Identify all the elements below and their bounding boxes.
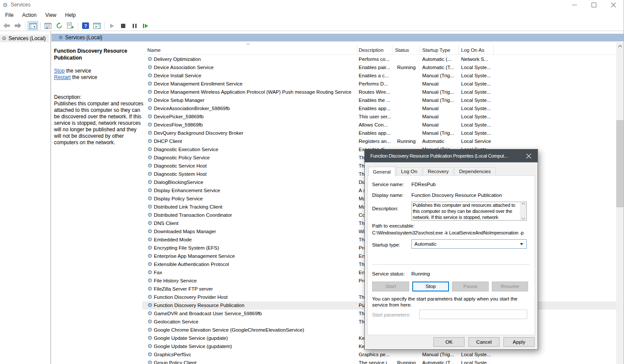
stop-button[interactable]: Stop bbox=[412, 282, 449, 291]
cell-name: Distributed Transaction Coordinator bbox=[154, 211, 357, 219]
column-divider[interactable] bbox=[420, 46, 420, 54]
cell-logon: Local Syste... bbox=[461, 129, 495, 137]
display-name-label: Display name: bbox=[372, 193, 404, 198]
apply-button[interactable]: Apply bbox=[503, 337, 535, 347]
description-textbox[interactable]: Publishes this computer and resources at… bbox=[411, 202, 527, 221]
start-button[interactable]: Start bbox=[372, 282, 409, 291]
tab-general[interactable]: General bbox=[368, 167, 395, 176]
column-header-name[interactable]: Name bbox=[147, 45, 355, 55]
forward-icon[interactable] bbox=[13, 21, 23, 30]
menu-file[interactable]: File bbox=[1, 10, 18, 20]
service-gear-icon: ⚙ bbox=[147, 89, 153, 95]
properties-icon[interactable] bbox=[43, 21, 53, 30]
scroll-down-icon bbox=[522, 217, 525, 219]
service-row[interactable]: ⚙Device Install ServiceEnables a c...Man… bbox=[142, 72, 616, 80]
tab-log-on[interactable]: Log On bbox=[396, 167, 422, 176]
start-service-icon[interactable] bbox=[107, 21, 117, 30]
service-row[interactable]: ⚙Device Management Enrollment ServicePer… bbox=[142, 80, 616, 88]
export-list-icon[interactable] bbox=[65, 21, 76, 30]
menu-help[interactable]: Help bbox=[61, 10, 80, 20]
column-header-status[interactable]: Status bbox=[395, 45, 421, 55]
service-row[interactable]: ⚙Device Setup ManagerEnables the ...Manu… bbox=[142, 96, 616, 104]
service-row[interactable]: ⚙DevQuery Background Discovery BrokerEna… bbox=[142, 129, 616, 137]
cell-logon: Local Syste... bbox=[461, 359, 495, 364]
help-icon[interactable]: ? bbox=[80, 21, 91, 30]
toolbar-separator bbox=[40, 22, 41, 30]
restart-service-link[interactable]: Restart bbox=[54, 74, 71, 80]
restart-service-icon[interactable] bbox=[140, 21, 151, 30]
action-pane-icon[interactable] bbox=[92, 21, 102, 30]
cell-name: Google Update Service (gupdatem) bbox=[154, 342, 357, 351]
console-tree-icon[interactable] bbox=[28, 21, 38, 30]
cell-name: Device Setup Manager bbox=[154, 96, 357, 104]
tab-recovery[interactable]: Recovery bbox=[423, 167, 454, 176]
cell-name: Extensible Authentication Protocol bbox=[154, 260, 357, 269]
service-gear-icon: ⚙ bbox=[147, 155, 153, 160]
tree-item-services-local[interactable]: ⚙ Services (Local) bbox=[0, 35, 49, 42]
resume-button[interactable]: Resume bbox=[492, 282, 528, 291]
tab-dependencies[interactable]: Dependencies bbox=[454, 167, 496, 176]
services-app-icon: ⚙ bbox=[3, 2, 8, 8]
service-gear-icon: ⚙ bbox=[147, 228, 153, 234]
service-gear-icon: ⚙ bbox=[147, 130, 153, 136]
cell-name: Display Enhancement Service bbox=[154, 187, 357, 195]
list-scrollbar[interactable] bbox=[616, 42, 624, 364]
description-scrollbar[interactable] bbox=[520, 202, 526, 220]
cell-name: Device Install Service bbox=[154, 72, 357, 80]
service-row[interactable]: ⚙Device Management Wireless Application … bbox=[142, 88, 616, 96]
scrollbar-thumb[interactable] bbox=[616, 120, 624, 207]
cell-status bbox=[397, 96, 421, 104]
service-gear-icon: ⚙ bbox=[147, 179, 153, 185]
service-row[interactable]: ⚙DevicePicker_59869fbThis user ser...Man… bbox=[142, 113, 616, 121]
cell-name: Encrypting File System (EFS) bbox=[154, 244, 357, 252]
cell-name: Group Policy Client bbox=[154, 359, 357, 364]
scroll-up-icon[interactable] bbox=[616, 42, 624, 50]
column-divider[interactable] bbox=[357, 46, 357, 54]
close-button[interactable] bbox=[604, 0, 623, 9]
column-divider[interactable] bbox=[458, 46, 459, 54]
maximize-button[interactable] bbox=[584, 0, 604, 9]
toolbar-separator bbox=[104, 22, 105, 30]
service-row[interactable]: ⚙DHCP ClientRegisters an...RunningAutoma… bbox=[142, 137, 616, 146]
services-local-header-label: Services (Local) bbox=[65, 35, 102, 41]
start-parameters-input[interactable] bbox=[419, 310, 527, 319]
chevron-down-icon bbox=[520, 243, 523, 245]
service-row[interactable]: ⚙GraphicsPerfSvcGraphics pe...Manual (Tr… bbox=[142, 351, 616, 359]
dialog-footer: OK Cancel Apply bbox=[365, 335, 538, 349]
column-header-log-on-as[interactable]: Log On As bbox=[461, 45, 496, 55]
service-row[interactable]: ⚙DeviceAssociationBroker_59869fbEnables … bbox=[142, 104, 616, 113]
service-gear-icon: ⚙ bbox=[147, 327, 153, 332]
service-row[interactable]: ⚙DevicesFlow_59869fbAllows Con...ManualL… bbox=[142, 121, 616, 129]
column-header-startup-type[interactable]: Startup Type bbox=[422, 45, 459, 55]
stop-service-link[interactable]: Stop bbox=[54, 68, 65, 74]
stop-service-icon[interactable] bbox=[118, 21, 128, 30]
ok-button[interactable]: OK bbox=[433, 337, 465, 347]
cell-name: Diagnostic Policy Service bbox=[154, 154, 357, 162]
menu-action[interactable]: Action bbox=[18, 10, 41, 20]
pause-button[interactable]: Pause bbox=[452, 282, 489, 291]
scroll-up-icon bbox=[522, 203, 525, 205]
menu-view[interactable]: View bbox=[41, 10, 61, 20]
dialog-close-button[interactable] bbox=[519, 149, 538, 162]
refresh-icon[interactable] bbox=[54, 21, 64, 30]
service-row[interactable]: ⚙Delivery OptimizationPerforms co...Auto… bbox=[142, 55, 616, 63]
description-textbox-text: Publishes this computer and resources at… bbox=[413, 202, 519, 220]
column-divider[interactable] bbox=[493, 46, 493, 54]
cell-logon: Local Syste... bbox=[461, 96, 495, 104]
startup-type-dropdown[interactable]: Automatic bbox=[411, 239, 527, 249]
cell-name: DevicesFlow_59869fb bbox=[154, 121, 357, 129]
cancel-button[interactable]: Cancel bbox=[468, 337, 500, 347]
cell-name: Function Discovery Resource Publication bbox=[154, 301, 357, 310]
service-gear-icon: ⚙ bbox=[147, 212, 153, 218]
back-icon[interactable] bbox=[1, 21, 12, 30]
service-gear-icon: ⚙ bbox=[147, 286, 153, 291]
column-divider[interactable] bbox=[392, 46, 392, 54]
column-header-description[interactable]: Description bbox=[359, 45, 391, 55]
cell-startup: Manual bbox=[422, 104, 458, 113]
service-row[interactable]: ⚙Device Association ServiceEnables pair.… bbox=[142, 63, 616, 72]
minimize-button[interactable] bbox=[565, 0, 584, 9]
service-row[interactable]: ⚙Group Policy ClientThe service i...Runn… bbox=[142, 359, 616, 364]
cell-name: Display Policy Service bbox=[154, 195, 357, 203]
service-gear-icon: ⚙ bbox=[147, 319, 153, 324]
pause-service-icon[interactable] bbox=[129, 21, 140, 30]
